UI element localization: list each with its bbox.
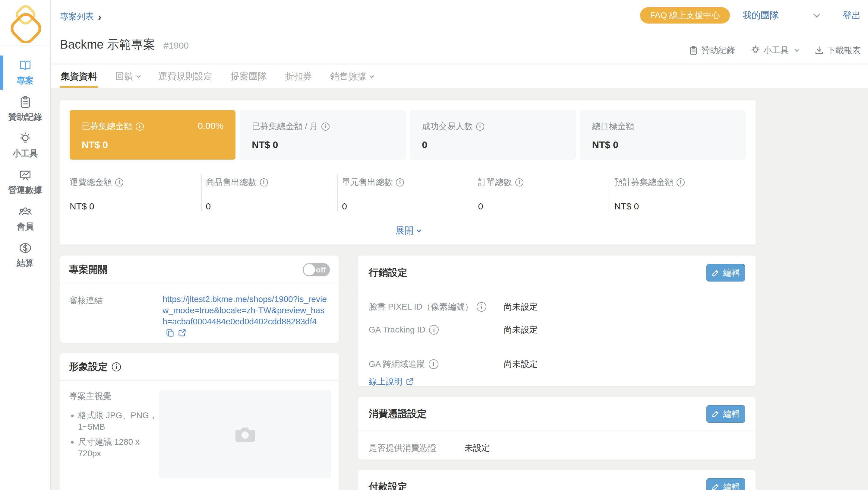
breadcrumb-chevron-icon: › (98, 11, 101, 22)
tab-shipping-rules[interactable]: 運費規則設定 (157, 65, 213, 88)
stat-total-goal: 總目標金額 NT$ 0 (580, 110, 746, 160)
topbar-right: FAQ 線上支援中心 我的團隊 登出 (640, 7, 861, 24)
clipboard-icon (689, 46, 698, 55)
pencil-icon (712, 483, 720, 490)
expand-label: 展開 (396, 225, 414, 237)
receipt-edit-button[interactable]: 編輯 (706, 405, 745, 423)
stat-percent: 0.00% (198, 121, 223, 131)
stat-label: 已募集總金額 / 月 (252, 121, 318, 132)
team-dropdown-chevron-icon[interactable] (813, 11, 820, 18)
sponsor-records-label: 贊助紀錄 (701, 45, 735, 56)
sidebar-item-label: 小工具 (13, 148, 38, 159)
sidebar-menu: 專案 贊助記錄 小工具 營運數據 會員 結算 (0, 54, 50, 273)
stat-shipping-total: 運費總金額i NT$ 0 (70, 174, 202, 211)
project-switch-toggle[interactable]: off (303, 263, 330, 277)
external-link-icon[interactable] (178, 328, 187, 340)
sidebar-item-label: 會員 (17, 221, 34, 232)
review-link-url[interactable]: https://jltest2.bkme.me/shops/1900?is_re… (162, 294, 327, 326)
sidebar-item-members[interactable]: 會員 (0, 200, 50, 237)
sidebar-item-settlement[interactable]: 結算 (0, 237, 50, 273)
field-label: 臉書 PIXEL ID（像素編號） (369, 301, 473, 313)
image-settings-body: 專案主視覺 格式限 JPG、PNG，1~5MB 尺寸建議 1280 x 720p… (60, 381, 339, 478)
sidebar-item-label: 營運數據 (8, 184, 42, 196)
faq-support-button[interactable]: FAQ 線上支援中心 (640, 7, 730, 24)
stat-label: 商品售出總數 (206, 176, 256, 188)
marketing-settings-card: 行銷設定 編輯 臉書 PIXEL ID（像素編號）i 尚未設定 GA Track… (358, 256, 756, 386)
info-icon[interactable]: i (677, 178, 685, 186)
stat-units-sold: 單元售出總數i 0 (337, 174, 474, 211)
stat-value: 0 (342, 201, 474, 211)
image-settings-card: 形象設定 i 專案主視覺 格式限 JPG、PNG，1~5MB 尺寸建議 1280… (60, 353, 339, 490)
stat-label: 總目標金額 (592, 121, 634, 132)
project-switch-card: 專案開關 off 審核連結 https://jltest2.bkme.me/sh… (60, 256, 339, 343)
sidebar-item-sponsor-records[interactable]: 贊助記錄 (0, 91, 50, 127)
edit-label: 編輯 (723, 408, 740, 420)
project-id: #1900 (164, 40, 189, 51)
list-item: 尺寸建議 1280 x 720px (78, 436, 159, 459)
review-link-label: 審核連結 (69, 294, 162, 340)
online-help-link[interactable]: 線上說明 (369, 376, 414, 387)
breadcrumb: 專案列表 › (60, 11, 101, 22)
tab-sales-data[interactable]: 銷售數據 (329, 65, 374, 88)
camera-icon (235, 426, 255, 443)
ga-cross-domain-row: GA 跨網域追蹤i 尚未設定 (369, 358, 745, 370)
page-title: Backme 示範專案 (60, 36, 155, 53)
expand-button[interactable]: 展開 (60, 225, 756, 237)
stat-label: 單元售出總數 (342, 176, 393, 188)
sponsor-records-button[interactable]: 贊助紀錄 (689, 45, 735, 56)
info-icon[interactable]: i (321, 122, 330, 131)
presentation-chart-icon (19, 168, 32, 182)
sidebar-item-projects[interactable]: 專案 (0, 54, 50, 91)
sidebar-item-label: 贊助記錄 (8, 111, 42, 123)
info-icon[interactable]: i (477, 302, 486, 312)
tools-chevron-icon (795, 47, 800, 52)
stat-label: 訂單總數 (478, 176, 512, 188)
tab-coupons[interactable]: 折扣券 (284, 65, 313, 88)
sidebar-item-operations-data[interactable]: 營運數據 (0, 164, 50, 200)
info-icon[interactable]: i (429, 325, 439, 335)
people-icon (19, 205, 32, 218)
breadcrumb-project-list-link[interactable]: 專案列表 (60, 11, 94, 22)
tab-funding-data[interactable]: 集資資料 (60, 65, 98, 88)
stat-successful-backers: 成功交易人數i 0 (410, 110, 576, 160)
tab-rewards[interactable]: 回饋 (114, 65, 141, 88)
info-icon[interactable]: i (115, 178, 123, 186)
toggle-knob (304, 264, 315, 276)
toggle-state-label: off (316, 265, 326, 274)
my-team-link[interactable]: 我的團隊 (743, 9, 779, 22)
key-visual-label: 專案主視覺 (69, 391, 159, 402)
pencil-icon (712, 410, 720, 418)
info-icon[interactable]: i (260, 178, 268, 186)
download-report-button[interactable]: 下載報表 (814, 45, 861, 56)
logo-box[interactable] (0, 0, 50, 46)
logout-link[interactable]: 登出 (843, 9, 861, 22)
chevron-down-icon (136, 73, 141, 78)
info-icon[interactable]: i (112, 363, 121, 371)
receipt-provide-row: 是否提供消費憑證 未設定 (358, 431, 756, 454)
page-actions: 贊助紀錄 小工具 下載報表 (689, 45, 861, 56)
image-settings-title: 形象設定 (69, 360, 107, 374)
info-icon[interactable]: i (396, 178, 404, 186)
tab-bar: 集資資料 回饋 運費規則設定 提案團隊 折扣券 銷售數據 (60, 65, 391, 88)
info-icon[interactable]: i (136, 122, 144, 131)
sidebar: 專案 贊助記錄 小工具 營運數據 會員 結算 (0, 0, 51, 490)
sidebar-item-tools[interactable]: 小工具 (0, 127, 50, 164)
marketing-edit-button[interactable]: 編輯 (706, 264, 745, 282)
stats-secondary-row: 運費總金額i NT$ 0 商品售出總數i 0 單元售出總數i 0 訂單總數i 0… (70, 174, 746, 211)
info-icon[interactable]: i (429, 359, 438, 369)
backme-logo-icon (6, 3, 44, 43)
copy-icon[interactable] (165, 328, 175, 340)
stat-total-raised: 已募集總金額i 0.00% NT$ 0 (70, 110, 236, 160)
page-title-row: Backme 示範專案 #1900 (60, 36, 189, 53)
stat-projected-total: 預計募集總金額i NT$ 0 (610, 174, 746, 211)
tab-team[interactable]: 提案團隊 (230, 65, 268, 88)
field-label: 是否提供消費憑證 (369, 442, 465, 454)
tools-menu-button[interactable]: 小工具 (751, 45, 799, 56)
info-icon[interactable]: i (476, 122, 484, 131)
marketing-title: 行銷設定 (369, 266, 407, 279)
sidebar-item-label: 專案 (17, 75, 34, 86)
info-icon[interactable]: i (515, 178, 523, 186)
payment-edit-button[interactable]: 編輯 (706, 478, 745, 490)
list-item: 格式限 JPG、PNG，1~5MB (78, 410, 159, 433)
review-link-row: 審核連結 https://jltest2.bkme.me/shops/1900?… (60, 284, 339, 350)
